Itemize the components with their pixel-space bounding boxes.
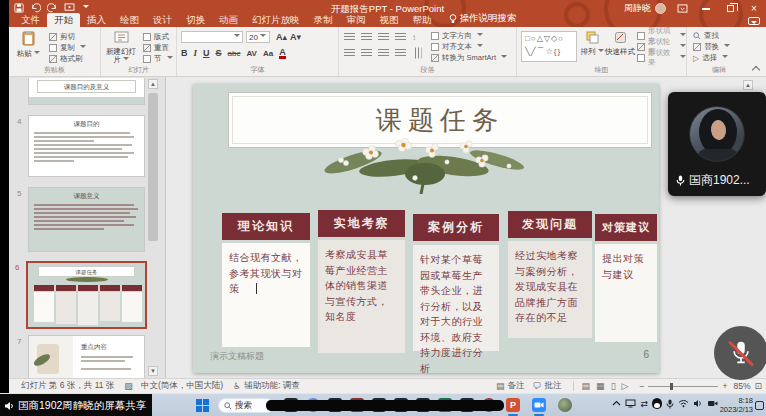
column-header-4[interactable]: 发现问题	[508, 211, 592, 238]
zoom-slider-thumb[interactable]	[670, 383, 673, 390]
underline-icon[interactable]: U	[203, 48, 210, 58]
convert-smartart-button[interactable]: 转换为 SmartArt	[431, 53, 507, 63]
shapes-gallery[interactable]: □○△▽◇○ ╲╱⌒☆{}	[521, 31, 577, 62]
tab-insert[interactable]: 插入	[80, 13, 113, 27]
paste-button[interactable]: 粘贴	[12, 30, 44, 58]
italic-icon[interactable]: I	[194, 48, 198, 58]
slide-footer-placeholder[interactable]: 演示文稿标题	[210, 350, 264, 363]
volume-icon[interactable]	[693, 399, 703, 408]
tab-design[interactable]: 设计	[146, 13, 179, 27]
column-header-3[interactable]: 案例分析	[413, 214, 499, 241]
qat-customize-icon[interactable]	[83, 5, 89, 11]
slide-sorter-view-icon[interactable]: ▦	[596, 381, 605, 391]
format-painter-button[interactable]: 格式刷	[49, 54, 83, 64]
tab-transitions[interactable]: 切换	[179, 13, 212, 27]
redo-icon[interactable]	[47, 3, 58, 13]
cut-button[interactable]: 剪切	[49, 32, 75, 42]
zoom-level[interactable]: 85%	[733, 381, 750, 391]
column-header-2[interactable]: 实地考察	[318, 210, 405, 237]
font-name-combobox[interactable]	[181, 31, 243, 43]
zoom-in-icon[interactable]: +	[722, 381, 727, 391]
line-spacing-icon[interactable]: ↕	[412, 33, 416, 42]
reading-view-icon[interactable]: ▯	[611, 381, 616, 391]
tab-review[interactable]: 审阅	[340, 13, 373, 27]
thumbnails-scrollbar[interactable]	[148, 93, 158, 241]
numbering-icon[interactable]	[361, 33, 372, 41]
wifi-icon[interactable]	[678, 399, 689, 408]
notes-button[interactable]: 备注	[508, 380, 525, 392]
tab-home[interactable]: 开始	[47, 13, 80, 27]
start-slideshow-icon[interactable]	[64, 3, 75, 12]
bullets-icon[interactable]	[344, 33, 355, 41]
replace-button[interactable]: 替换	[693, 42, 730, 52]
character-spacing-icon[interactable]: AV	[246, 49, 257, 58]
copy-button[interactable]: 复制	[49, 43, 86, 53]
column-body-5[interactable]: 提出对策与建议	[595, 244, 657, 342]
columns-icon[interactable]	[414, 48, 422, 59]
new-slide-button[interactable]: 新建幻灯片	[103, 30, 139, 64]
column-body-1[interactable]: 结合现有文献，参考其现状与对策	[222, 243, 310, 347]
sync-arrows-icon[interactable]: ⇄	[640, 399, 648, 409]
notification-center-icon[interactable]	[755, 401, 764, 410]
column-body-2[interactable]: 考察成安县草莓产业经营主体的销售渠道与宣传方式，知名度	[318, 240, 405, 353]
collapse-ribbon-icon[interactable]	[752, 64, 760, 72]
strikethrough-icon[interactable]: abc	[228, 49, 241, 58]
decrease-indent-icon[interactable]	[378, 33, 389, 41]
shrink-font-icon[interactable]: A▾	[290, 32, 301, 42]
column-header-5[interactable]: 对策建议	[595, 214, 657, 241]
meeting-webcam-overlay[interactable]: 国商1902...	[668, 92, 766, 196]
justify-icon[interactable]	[395, 49, 406, 57]
thumbnail-slide-7[interactable]: 重点内容	[28, 335, 145, 378]
column-body-4[interactable]: 经过实地考察与案例分析，发现成安县在品牌推广方面存在的不足	[508, 241, 592, 338]
align-right-icon[interactable]	[378, 49, 389, 57]
select-button[interactable]: ▷选择	[693, 53, 728, 63]
arrange-button[interactable]: 排列	[579, 30, 605, 56]
canvas-scroll-up-icon[interactable]: ▲	[743, 80, 753, 90]
camera-icon[interactable]	[707, 399, 718, 408]
tab-slideshow[interactable]: 幻灯片放映	[245, 13, 307, 27]
thumbnails-scroll-down-icon[interactable]: ▼	[148, 366, 158, 376]
save-icon[interactable]	[14, 3, 24, 13]
thumbnail-slide-6-selected[interactable]: 课题任务	[26, 261, 147, 329]
slide-6-canvas[interactable]: 课题任务	[193, 84, 659, 373]
layout-button[interactable]: 版式	[143, 32, 169, 42]
taskbar-powerpoint-icon[interactable]: P	[506, 398, 520, 412]
shadow-icon[interactable]: S	[216, 48, 222, 58]
thumbnail-slide-5[interactable]: 课题意义	[28, 187, 145, 252]
zoom-out-icon[interactable]: −	[640, 381, 645, 391]
taskbar-clock[interactable]: 8:18 2023/2/13	[720, 397, 753, 414]
qq-icon[interactable]	[652, 398, 662, 409]
thumbnail-slide-4[interactable]: 课题目的	[28, 115, 145, 177]
grow-font-icon[interactable]: A▴	[276, 32, 287, 42]
bold-icon[interactable]: B	[181, 48, 188, 58]
tab-record[interactable]: 录制	[307, 13, 340, 27]
font-color-icon[interactable]: A	[279, 48, 286, 59]
tab-file[interactable]: 文件	[14, 13, 47, 27]
windows-start-button[interactable]	[196, 399, 209, 412]
column-header-1[interactable]: 理论知识	[222, 213, 310, 240]
reset-button[interactable]: 重置	[143, 43, 169, 53]
text-direction-button[interactable]: 文字方向	[431, 31, 483, 41]
tray-mic-icon[interactable]	[666, 399, 674, 409]
taskbar-app-icon-profile[interactable]	[558, 398, 572, 412]
language-indicator[interactable]: 中文(简体，中国大陆)	[141, 380, 223, 392]
increase-indent-icon[interactable]	[395, 33, 406, 41]
tray-expand-icon[interactable]	[612, 400, 621, 407]
normal-view-icon[interactable]: ▤	[582, 381, 591, 391]
align-left-icon[interactable]	[344, 49, 355, 57]
accessibility-status[interactable]: 辅助功能: 调查	[244, 380, 300, 392]
tab-help[interactable]: 帮助	[406, 13, 439, 27]
change-case-icon[interactable]: Aa	[263, 49, 273, 58]
fit-slide-icon[interactable]: ⊡	[754, 381, 762, 391]
find-button[interactable]: 查找	[693, 31, 719, 41]
taskbar-meeting-icon[interactable]	[532, 398, 546, 412]
slideshow-view-icon[interactable]: ▷	[622, 381, 629, 391]
align-text-button[interactable]: 对齐文本	[431, 42, 483, 52]
column-body-3[interactable]: 针对某个草莓园或草莓生产带头企业，进行分析，以及对于大的行业环境、政府支持力度进…	[413, 245, 499, 351]
undo-icon[interactable]	[30, 3, 41, 13]
tab-animations[interactable]: 动画	[212, 13, 245, 27]
font-size-combobox[interactable]: 20	[246, 31, 270, 43]
thumbnail-slide-3[interactable]: 课题目的及意义	[28, 78, 145, 105]
tab-view[interactable]: 视图	[373, 13, 406, 27]
align-center-icon[interactable]	[361, 49, 372, 57]
